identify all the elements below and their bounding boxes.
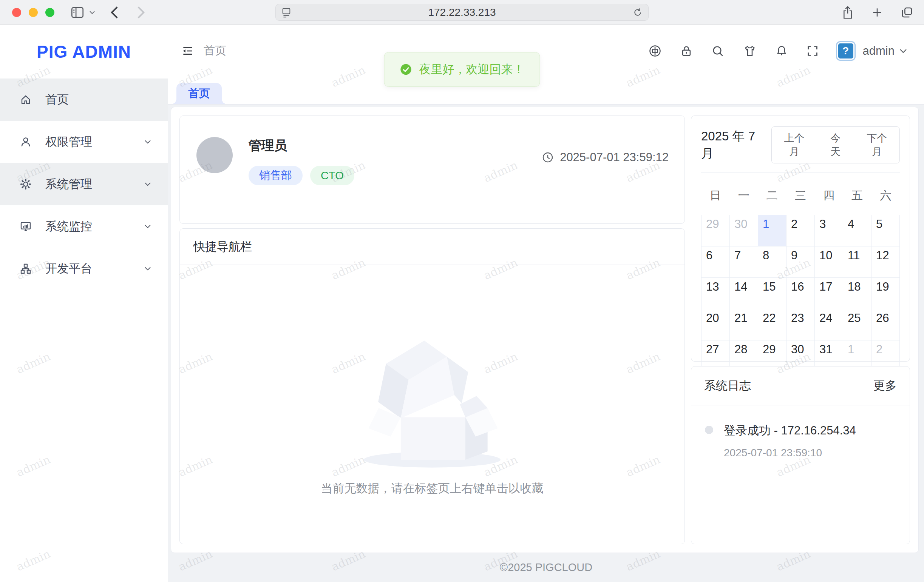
sidebar-toggle-icon[interactable] — [70, 6, 85, 19]
app-logo: PIG ADMIN — [0, 25, 168, 79]
today-button[interactable]: 今天 — [817, 127, 854, 163]
day-cell-10[interactable]: 10 — [815, 247, 843, 278]
day-cell-8[interactable]: 8 — [758, 247, 787, 278]
window-controls — [12, 8, 54, 17]
sidebar-item-gear[interactable]: 系统管理 — [0, 163, 168, 206]
day-cell-4[interactable]: 4 — [843, 215, 871, 247]
weekday-label: 五 — [843, 188, 871, 204]
day-cell-19[interactable]: 19 — [871, 278, 900, 309]
topbar: 首页 — [168, 25, 924, 77]
syslog-card: 系统日志 更多 登录成功 - 172.16.254.34 2025-07-01 … — [691, 366, 910, 544]
tab-bar: 首页 — [168, 77, 924, 105]
weekday-label: 二 — [758, 188, 786, 204]
day-cell-18[interactable]: 18 — [843, 278, 871, 309]
day-cell-24[interactable]: 24 — [815, 309, 843, 340]
weekday-header: 日一二三四五六 — [701, 188, 900, 204]
app-window: adminadminadminadminadminadminadminadmin… — [0, 25, 924, 582]
syslog-more-link[interactable]: 更多 — [873, 378, 897, 394]
new-tab-icon[interactable] — [871, 7, 883, 18]
page-settings-icon[interactable] — [281, 7, 292, 18]
weekday-label: 一 — [729, 188, 758, 204]
day-cell-2[interactable]: 2 — [787, 215, 815, 247]
day-cell-6[interactable]: 6 — [701, 247, 730, 278]
day-cell-9[interactable]: 9 — [787, 247, 815, 278]
day-cell-20[interactable]: 20 — [701, 309, 730, 340]
sidebar-menu-chevron-icon[interactable] — [89, 10, 95, 15]
tab-home[interactable]: 首页 — [177, 83, 222, 104]
next-month-button[interactable]: 下个月 — [854, 127, 899, 163]
url-text[interactable]: 172.22.33.213 — [292, 7, 632, 18]
sidebar-item-label: 权限管理 — [45, 134, 92, 150]
day-cell-15[interactable]: 15 — [758, 278, 787, 309]
empty-state: 当前无数据，请在标签页上右键单击以收藏 — [180, 265, 685, 544]
page-footer: ©2025 PIGCLOUD — [168, 552, 924, 582]
main-area: 首页 — [168, 25, 924, 582]
day-cell-29[interactable]: 29 — [701, 215, 730, 247]
calendar-divider — [701, 173, 900, 173]
sidebar-item-label: 首页 — [45, 92, 69, 108]
day-cell-14[interactable]: 14 — [730, 278, 758, 309]
day-cell-26[interactable]: 26 — [871, 309, 900, 340]
sidebar-item-org[interactable]: 开发平台 — [0, 248, 168, 290]
minimize-window-button[interactable] — [29, 8, 38, 17]
tab-overview-icon[interactable] — [901, 6, 913, 19]
fullscreen-icon[interactable] — [806, 44, 819, 58]
day-cell-7[interactable]: 7 — [730, 247, 758, 278]
weekday-label: 六 — [871, 188, 900, 204]
syslog-title: 系统日志 — [704, 378, 751, 394]
reload-icon[interactable] — [632, 7, 643, 18]
sidebar-item-label: 开发平台 — [45, 261, 92, 277]
share-icon[interactable] — [842, 6, 854, 19]
prev-month-button[interactable]: 上个月 — [772, 127, 817, 163]
day-cell-1[interactable]: 1 — [758, 215, 787, 247]
profile-avatar — [196, 137, 233, 173]
empty-state-text: 当前无数据，请在标签页上右键单击以收藏 — [321, 480, 544, 497]
sidebar-item-user[interactable]: 权限管理 — [0, 121, 168, 163]
home-icon — [20, 94, 32, 106]
user-icon — [20, 136, 32, 148]
sidebar-item-monitor[interactable]: 系统监控 — [0, 206, 168, 248]
back-button[interactable] — [110, 6, 119, 19]
theme-icon[interactable] — [742, 44, 757, 58]
welcome-toast: 夜里好，欢迎回来！ — [384, 52, 540, 87]
day-cell-3[interactable]: 3 — [815, 215, 843, 247]
day-cell-17[interactable]: 17 — [815, 278, 843, 309]
day-cell-11[interactable]: 11 — [843, 247, 871, 278]
day-cell-5[interactable]: 5 — [871, 215, 900, 247]
toast-text: 夜里好，欢迎回来！ — [419, 61, 525, 77]
user-avatar[interactable]: ? — [837, 42, 855, 60]
weekday-label: 日 — [701, 188, 729, 204]
browser-chrome: 172.22.33.213 — [0, 0, 924, 25]
gear-icon — [20, 178, 32, 190]
sidebar: PIG ADMIN 首页 权限管理 系统管理 系统监控 开发平台 — [0, 25, 168, 582]
search-icon[interactable] — [711, 44, 724, 58]
close-window-button[interactable] — [12, 8, 21, 17]
login-time-text: 2025-07-01 23:59:12 — [560, 151, 669, 164]
lock-icon[interactable] — [680, 44, 693, 58]
zoom-window-button[interactable] — [45, 8, 54, 17]
log-entry-text: 登录成功 - 172.16.254.34 — [724, 423, 856, 439]
day-cell-12[interactable]: 12 — [871, 247, 900, 278]
department-badge: 销售部 — [249, 166, 303, 185]
success-check-icon — [400, 63, 412, 76]
language-icon[interactable] — [648, 44, 662, 58]
syslog-list: 登录成功 - 172.16.254.34 2025-07-01 23:59:10 — [691, 405, 910, 476]
user-menu[interactable]: admin — [863, 44, 908, 58]
day-cell-30[interactable]: 30 — [730, 215, 758, 247]
forward-button[interactable] — [137, 6, 145, 19]
notification-icon[interactable] — [775, 44, 788, 58]
day-cell-13[interactable]: 13 — [701, 278, 730, 309]
url-bar[interactable]: 172.22.33.213 — [276, 4, 648, 21]
day-cell-25[interactable]: 25 — [843, 309, 871, 340]
collapse-sidebar-icon[interactable] — [181, 45, 194, 57]
chevron-down-icon — [899, 48, 908, 54]
sidebar-item-home[interactable]: 首页 — [0, 79, 168, 121]
day-cell-16[interactable]: 16 — [787, 278, 815, 309]
empty-box-illustration — [349, 313, 515, 470]
login-time: 2025-07-01 23:59:12 — [542, 151, 669, 164]
org-icon — [20, 263, 32, 275]
day-cell-22[interactable]: 22 — [758, 309, 787, 340]
day-cell-21[interactable]: 21 — [730, 309, 758, 340]
day-cell-23[interactable]: 23 — [787, 309, 815, 340]
clock-icon — [542, 151, 554, 163]
